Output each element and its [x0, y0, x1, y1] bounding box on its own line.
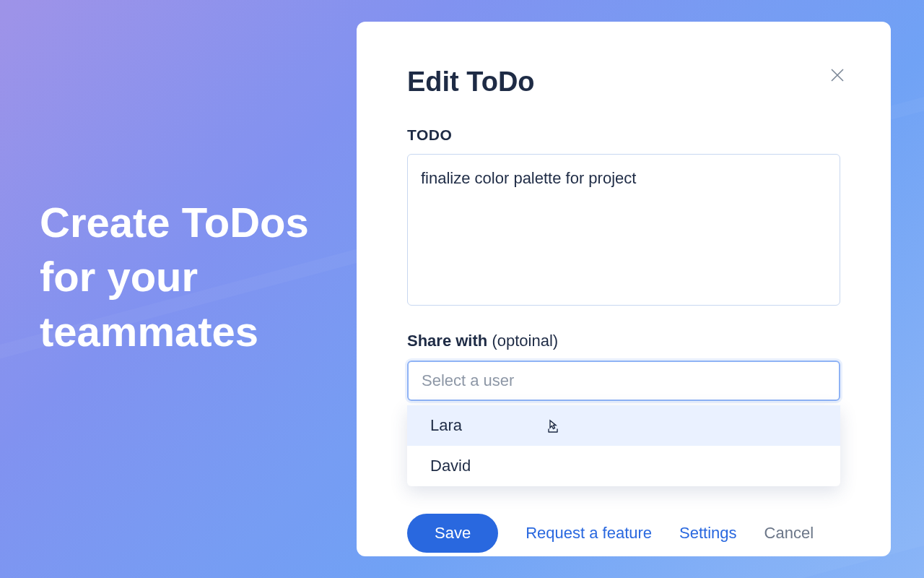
share-user-select[interactable]: Select a user	[407, 361, 840, 401]
save-button[interactable]: Save	[407, 514, 498, 553]
share-label-bold: Share with	[407, 332, 487, 350]
todo-field-label: TODO	[407, 126, 840, 144]
todo-input[interactable]	[407, 154, 840, 306]
edit-todo-modal: Edit ToDo TODO Share with (optoinal) Sel…	[357, 22, 891, 556]
modal-title: Edit ToDo	[407, 66, 840, 98]
close-button[interactable]	[826, 64, 849, 87]
marketing-headline: Create ToDos for your teammates	[40, 195, 343, 358]
dropdown-option-lara[interactable]: Lara	[407, 405, 840, 446]
close-icon	[829, 66, 846, 84]
select-placeholder: Select a user	[422, 371, 514, 390]
cursor-pointer-icon	[544, 418, 562, 436]
share-field-label: Share with (optoinal)	[407, 332, 840, 350]
dropdown-option-david[interactable]: David	[407, 446, 840, 486]
dropdown-option-label: David	[430, 457, 471, 475]
share-label-optional: (optoinal)	[492, 332, 558, 350]
request-feature-link[interactable]: Request a feature	[526, 524, 652, 543]
modal-actions: Save Request a feature Settings Cancel	[407, 514, 840, 553]
dropdown-option-label: Lara	[430, 416, 462, 435]
cancel-link[interactable]: Cancel	[764, 524, 814, 543]
settings-link[interactable]: Settings	[679, 524, 737, 543]
user-dropdown: Lara David	[407, 405, 840, 486]
